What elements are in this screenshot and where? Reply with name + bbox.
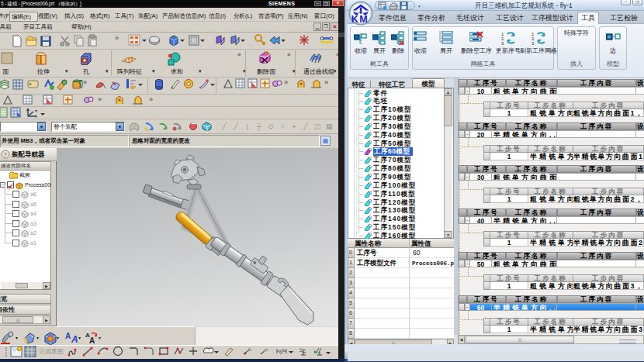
svg-text:»: » bbox=[284, 78, 288, 86]
svg-text:A: A bbox=[65, 332, 71, 340]
svg-text:K: K bbox=[351, 14, 358, 25]
svg-text:3: 3 bbox=[501, 41, 504, 46]
svg-text:»: » bbox=[115, 34, 119, 42]
svg-text:»: » bbox=[98, 95, 102, 103]
svg-text:A: A bbox=[89, 336, 95, 345]
svg-text:»: » bbox=[149, 95, 153, 103]
svg-text:A: A bbox=[71, 334, 78, 345]
svg-text:?: ? bbox=[4, 151, 8, 158]
svg-text:»: » bbox=[324, 78, 328, 86]
svg-text:M: M bbox=[359, 14, 367, 25]
svg-text:3: 3 bbox=[531, 41, 535, 46]
svg-text:»: » bbox=[83, 78, 87, 86]
